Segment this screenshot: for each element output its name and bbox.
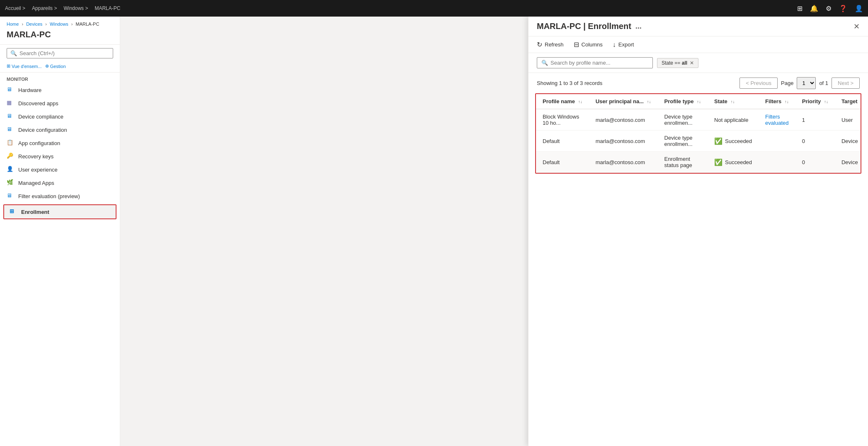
view-icon: ⊞ xyxy=(7,63,10,69)
succeeded-icon: ✅ xyxy=(714,137,723,145)
breadcrumb-devices[interactable]: Devices xyxy=(26,22,42,27)
col-priority[interactable]: Priority ↑↓ xyxy=(795,94,835,109)
view-button[interactable]: ⊞ Vue d'ensem... xyxy=(7,63,42,69)
table-header-row: Profile name ↑↓ User principal na... ↑↓ … xyxy=(536,94,861,109)
cell-state: ✅Succeeded xyxy=(708,131,759,152)
cell-state: Not applicable xyxy=(708,109,759,131)
next-button[interactable]: Next > xyxy=(832,78,860,89)
sidebar-actions: ⊞ Vue d'ensem... ⊕ Gestion xyxy=(0,62,120,73)
table-row[interactable]: Defaultmarla@contoso.comEnrollment statu… xyxy=(536,152,861,173)
manage-button[interactable]: ⊕ Gestion xyxy=(45,63,66,69)
sidebar-search-box[interactable]: 🔍 xyxy=(7,48,113,58)
cell-user-principal: marla@contoso.com xyxy=(589,109,658,131)
sidebar-item-hardware[interactable]: 🖥 Hardware xyxy=(0,83,120,97)
filter-icon: 🖥 xyxy=(7,192,14,200)
panel-header: MARLA-PC | Enrollment ... ✕ xyxy=(529,17,868,36)
manage-icon: ⊕ xyxy=(45,63,49,69)
breadcrumb: Home › Devices › Windows › MARLA-PC xyxy=(7,22,113,27)
cell-profile-type: Enrollment status page xyxy=(658,152,708,173)
grid-icon[interactable]: ⊞ xyxy=(797,5,803,12)
sidebar-item-discovered-apps[interactable]: ▦ Discovered apps xyxy=(0,97,120,110)
panel-overlay: MARLA-PC | Enrollment ... ✕ ↻ Refresh ⊟ … xyxy=(528,17,868,446)
col-state[interactable]: State ↑↓ xyxy=(708,94,759,109)
sidebar-item-app-configuration[interactable]: 📋 App configuration xyxy=(0,136,120,150)
cell-target: User xyxy=(835,109,861,131)
columns-icon: ⊟ xyxy=(574,41,579,48)
breadcrumb-windows[interactable]: Windows xyxy=(50,22,68,27)
filter-tag-close[interactable]: ✕ xyxy=(690,60,694,66)
topbar-breadcrumb: Accueil > Appareils > Windows > MARLA-PC xyxy=(5,5,120,11)
cell-profile-name: Default xyxy=(536,131,589,152)
appconfig-icon: 📋 xyxy=(7,139,14,147)
sidebar-item-device-compliance[interactable]: 🖥 Device compliance xyxy=(0,110,120,123)
panel-records-row: Showing 1 to 3 of 3 records < Previous P… xyxy=(529,73,868,93)
panel-filter-bar: 🔍 State == all ✕ xyxy=(529,53,868,73)
col-filters[interactable]: Filters ↑↓ xyxy=(759,94,795,109)
refresh-button[interactable]: ↻ Refresh xyxy=(537,41,564,48)
columns-button[interactable]: ⊟ Columns xyxy=(574,41,603,48)
cell-target: Device xyxy=(835,131,861,152)
cell-profile-name: Default xyxy=(536,152,589,173)
keys-icon: 🔑 xyxy=(7,153,14,160)
col-profile-type[interactable]: Profile type ↑↓ xyxy=(658,94,708,109)
cell-priority: 0 xyxy=(795,152,835,173)
panel-more-button[interactable]: ... xyxy=(635,22,642,31)
export-icon: ↓ xyxy=(613,41,616,48)
sort-user-principal[interactable]: ↑↓ xyxy=(647,99,651,104)
user-icon[interactable]: 👤 xyxy=(855,5,863,12)
breadcrumb-home[interactable]: Home xyxy=(7,22,19,27)
table-row[interactable]: Block Windows 10 ho...marla@contoso.comD… xyxy=(536,109,861,131)
cell-filters xyxy=(759,131,795,152)
cell-profile-type: Device type enrollmen... xyxy=(658,109,708,131)
config-icon: 🖥 xyxy=(7,126,14,133)
enrollment-item-wrapper: ⊞ Enrollment xyxy=(3,204,116,219)
filter-tag[interactable]: State == all ✕ xyxy=(657,58,698,68)
managed-apps-icon: 🌿 xyxy=(7,179,14,187)
prev-button[interactable]: < Previous xyxy=(739,78,778,89)
filters-evaluated-link[interactable]: Filters evaluated xyxy=(765,114,788,126)
page-of-label: of 1 xyxy=(819,80,828,86)
filter-search-input[interactable] xyxy=(550,60,642,66)
discovered-apps-icon: ▦ xyxy=(7,99,14,107)
search-input[interactable] xyxy=(19,50,109,56)
page-select[interactable]: 1 xyxy=(797,77,816,89)
sidebar-header: Home › Devices › Windows › MARLA-PC MARL… xyxy=(0,17,120,45)
sort-priority[interactable]: ↑↓ xyxy=(824,99,828,104)
col-profile-name[interactable]: Profile name ↑↓ xyxy=(536,94,589,109)
sidebar-item-enrollment[interactable]: ⊞ Enrollment xyxy=(4,205,116,218)
cell-filters[interactable]: Filters evaluated xyxy=(759,109,795,131)
sidebar-item-managed-apps[interactable]: 🌿 Managed Apps xyxy=(0,176,120,189)
sidebar-item-filter-evaluation[interactable]: 🖥 Filter evaluation (preview) xyxy=(0,189,120,203)
table-row[interactable]: Defaultmarla@contoso.comDevice type enro… xyxy=(536,131,861,152)
export-button[interactable]: ↓ Export xyxy=(613,41,634,48)
help-icon[interactable]: ❓ xyxy=(839,5,847,12)
filter-search-icon: 🔍 xyxy=(541,60,548,66)
device-title: MARLA-PC xyxy=(7,28,113,41)
col-user-principal[interactable]: User principal na... ↑↓ xyxy=(589,94,658,109)
cell-priority: 1 xyxy=(795,109,835,131)
sort-profile-type[interactable]: ↑↓ xyxy=(697,99,701,104)
col-target[interactable]: Target ↑↓ xyxy=(835,94,861,109)
sort-state[interactable]: ↑↓ xyxy=(730,99,735,104)
cell-priority: 0 xyxy=(795,131,835,152)
topbar: Accueil > Appareils > Windows > MARLA-PC… xyxy=(0,0,868,17)
app-layout: Home › Devices › Windows › MARLA-PC MARL… xyxy=(0,17,868,446)
cell-user-principal: marla@contoso.com xyxy=(589,152,658,173)
cell-state: ✅Succeeded xyxy=(708,152,759,173)
cell-target: Device xyxy=(835,152,861,173)
sort-filters[interactable]: ↑↓ xyxy=(785,99,789,104)
sidebar-item-device-configuration[interactable]: 🖥 Device configuration xyxy=(0,123,120,136)
pagination: < Previous Page 1 of 1 Next > xyxy=(739,77,860,89)
settings-icon[interactable]: ⚙ xyxy=(826,5,832,12)
records-summary: Showing 1 to 3 of 3 records xyxy=(537,80,602,86)
panel-close-button[interactable]: ✕ xyxy=(853,22,860,31)
sidebar-item-user-experience[interactable]: 👤 User experience xyxy=(0,163,120,176)
panel-table: Profile name ↑↓ User principal na... ↑↓ … xyxy=(536,94,861,173)
sidebar-item-recovery-keys[interactable]: 🔑 Recovery keys xyxy=(0,150,120,163)
panel-toolbar: ↻ Refresh ⊟ Columns ↓ Export xyxy=(529,36,868,53)
user-exp-icon: 👤 xyxy=(7,166,14,173)
bell-icon[interactable]: 🔔 xyxy=(810,5,818,12)
sort-profile-name[interactable]: ↑↓ xyxy=(578,99,582,104)
filter-search-box[interactable]: 🔍 xyxy=(537,57,653,68)
cell-profile-name: Block Windows 10 ho... xyxy=(536,109,589,131)
